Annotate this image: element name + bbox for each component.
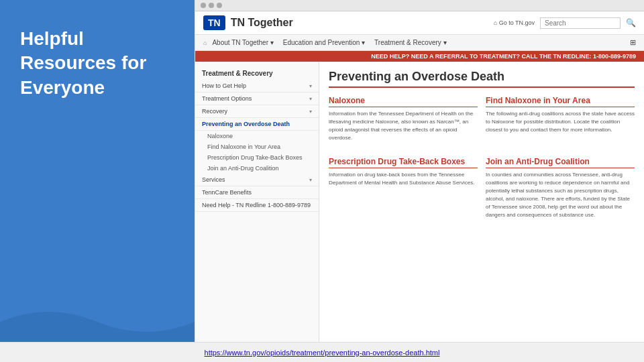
main-content: Preventing an Overdose Death Naloxone In… bbox=[319, 62, 644, 342]
section-title-anti-drug: Join an Anti-Drug Coalition bbox=[486, 157, 635, 168]
section-anti-drug: Join an Anti-Drug Coalition In counties … bbox=[486, 157, 635, 219]
left-panel-title: Helpful Resources for Everyone bbox=[20, 27, 174, 100]
site-logo: TN TN Together bbox=[203, 15, 293, 30]
search-input[interactable] bbox=[540, 17, 621, 29]
section-text-naloxone: Information from the Tennessee Departmen… bbox=[329, 110, 478, 142]
sidebar-item-how-to-get-help[interactable]: How to Get Help ▾ bbox=[195, 80, 319, 93]
url-bar: https://www.tn.gov/opioids/treatment/pre… bbox=[0, 342, 644, 362]
right-panel: TN TN Together ⌂ Go to TN.gov 🔍 ⌂ About … bbox=[195, 0, 644, 342]
browser-dot-3 bbox=[217, 3, 222, 8]
section-title-find: Find Naloxone in Your Area bbox=[486, 96, 635, 107]
sidebar-subitem-naloxone[interactable]: Naloxone bbox=[195, 131, 319, 141]
section-find-naloxone: Find Naloxone in Your Area The following… bbox=[486, 96, 635, 142]
page-content: Treatment & Recovery How to Get Help ▾ T… bbox=[195, 62, 644, 342]
content-grid: Naloxone Information from the Tennessee … bbox=[329, 96, 635, 226]
section-title-takeback: Prescription Drug Take-Back Boxes bbox=[329, 157, 478, 168]
nav-about[interactable]: About TN Together ▾ bbox=[208, 38, 277, 48]
chevron-icon: ▾ bbox=[309, 96, 312, 102]
sidebar-item-services[interactable]: Services ▾ bbox=[195, 174, 319, 186]
nav-education[interactable]: Education and Prevention ▾ bbox=[279, 38, 369, 48]
goto-tn-link[interactable]: ⌂ Go to TN.gov bbox=[494, 19, 535, 26]
left-panel: Helpful Resources for Everyone bbox=[0, 0, 195, 342]
sidebar-item-preventing[interactable]: Preventing an Overdose Death bbox=[195, 118, 319, 131]
red-banner: NEED HELP? NEED A REFERRAL TO TREATMENT?… bbox=[195, 51, 644, 62]
sidebar-item-recovery[interactable]: Recovery ▾ bbox=[195, 105, 319, 118]
nav-treatment[interactable]: Treatment & Recovery ▾ bbox=[370, 38, 450, 48]
nav-icon: ⊞ bbox=[630, 38, 636, 47]
page-title: Preventing an Overdose Death bbox=[329, 70, 635, 88]
site-title: TN Together bbox=[231, 17, 293, 29]
chevron-icon: ▾ bbox=[309, 83, 312, 89]
sidebar-subitem-takeback[interactable]: Prescription Drug Take-Back Boxes bbox=[195, 152, 319, 163]
sidebar-section-title: Treatment & Recovery bbox=[195, 67, 319, 80]
sidebar-subitem-find-naloxone[interactable]: Find Naloxone in Your Area bbox=[195, 141, 319, 152]
browser-chrome bbox=[195, 0, 644, 11]
section-text-takeback: Information on drug take-back boxes from… bbox=[329, 171, 478, 187]
sidebar-item-tenncare[interactable]: TennCare Benefits bbox=[195, 186, 319, 199]
chevron-icon: ▾ bbox=[309, 177, 312, 183]
sidebar: Treatment & Recovery How to Get Help ▾ T… bbox=[195, 62, 319, 342]
search-icon[interactable]: 🔍 bbox=[626, 18, 636, 27]
browser-dot-1 bbox=[201, 3, 206, 8]
section-text-find: The following anti-drug coalitions acros… bbox=[486, 110, 635, 134]
red-banner-text: NEED HELP? NEED A REFERRAL TO TREATMENT?… bbox=[371, 53, 636, 60]
home-icon[interactable]: ⌂ bbox=[203, 40, 207, 46]
url-text[interactable]: https://www.tn.gov/opioids/treatment/pre… bbox=[205, 349, 440, 357]
site-nav: ⌂ About TN Together ▾ Education and Prev… bbox=[195, 35, 644, 51]
section-takeback: Prescription Drug Take-Back Boxes Inform… bbox=[329, 157, 478, 219]
chevron-icon: ▾ bbox=[309, 109, 312, 115]
browser-dot-2 bbox=[209, 3, 214, 8]
section-text-anti-drug: In counties and communities across Tenne… bbox=[486, 171, 635, 219]
sidebar-item-treatment-options[interactable]: Treatment Options ▾ bbox=[195, 93, 319, 105]
sidebar-subitem-anti-drug[interactable]: Join an Anti-Drug Coalition bbox=[195, 163, 319, 174]
sidebar-item-redline[interactable]: Need Help - TN Redline 1-800-889-9789 bbox=[195, 199, 319, 212]
section-title-naloxone: Naloxone bbox=[329, 96, 478, 107]
site-header: TN TN Together ⌂ Go to TN.gov 🔍 bbox=[195, 11, 644, 35]
tn-badge: TN bbox=[203, 15, 225, 30]
header-right: ⌂ Go to TN.gov 🔍 bbox=[494, 17, 636, 29]
section-naloxone: Naloxone Information from the Tennessee … bbox=[329, 96, 478, 142]
